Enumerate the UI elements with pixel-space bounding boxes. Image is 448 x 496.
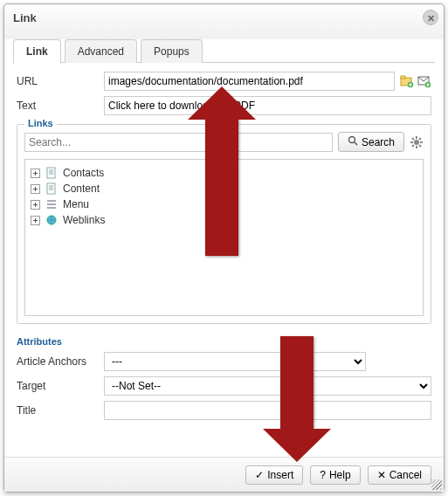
svg-line-6: [355, 142, 357, 145]
links-legend: Links: [24, 118, 57, 128]
resize-grip[interactable]: [431, 479, 442, 490]
help-button[interactable]: ? Help: [310, 465, 360, 485]
search-input[interactable]: [24, 133, 333, 152]
title-input[interactable]: [104, 401, 431, 420]
page-icon: [45, 183, 58, 195]
svg-rect-26: [47, 207, 56, 209]
svg-point-7: [414, 140, 419, 145]
svg-line-12: [412, 138, 414, 140]
text-label: Text: [17, 100, 104, 112]
tab-popups[interactable]: Popups: [141, 39, 203, 63]
check-icon: ✓: [255, 469, 264, 481]
envelope-plus-icon[interactable]: [417, 74, 431, 88]
link-dialog: Link ✕ Link Advanced Popups URL Text: [3, 3, 445, 493]
anchors-select[interactable]: ---: [104, 352, 366, 371]
expand-icon[interactable]: [31, 216, 40, 225]
svg-point-5: [348, 137, 355, 143]
cancel-button-label: Cancel: [389, 469, 422, 481]
expand-icon[interactable]: [31, 200, 40, 210]
tab-advanced[interactable]: Advanced: [65, 39, 137, 63]
text-input[interactable]: [104, 96, 431, 115]
target-label: Target: [17, 380, 104, 392]
tab-bar: Link Advanced Popups: [4, 32, 444, 63]
question-icon: ?: [320, 469, 326, 481]
tree-label: Menu: [63, 198, 89, 210]
svg-line-13: [419, 145, 421, 147]
annotation-arrow-down: [280, 336, 314, 432]
search-button-label: Search: [362, 136, 395, 148]
expand-icon[interactable]: [31, 169, 40, 178]
svg-rect-16: [47, 168, 55, 178]
svg-line-14: [412, 145, 414, 147]
url-label: URL: [17, 75, 104, 87]
title-label: Title: [17, 404, 104, 417]
folder-plus-icon[interactable]: [400, 74, 414, 88]
anchors-row: Article Anchors ---: [17, 352, 431, 371]
close-icon: ✕: [427, 13, 435, 24]
annotation-arrow-up: [205, 116, 238, 256]
page-icon: [45, 167, 58, 179]
help-button-label: Help: [329, 469, 351, 481]
insert-button[interactable]: ✓ Insert: [245, 465, 303, 485]
url-action-icons: [400, 74, 431, 88]
menu-icon: [45, 198, 58, 210]
titlebar: Link ✕: [4, 4, 444, 32]
svg-rect-24: [47, 200, 56, 202]
expand-icon[interactable]: [31, 184, 40, 194]
tree-label: Content: [63, 183, 100, 195]
dialog-title: Link: [13, 11, 37, 24]
svg-rect-20: [47, 183, 55, 194]
svg-line-15: [419, 138, 421, 140]
cancel-button[interactable]: ✕ Cancel: [368, 465, 431, 485]
svg-rect-1: [401, 76, 405, 79]
anchors-label: Article Anchors: [17, 355, 104, 368]
close-icon: ✕: [377, 469, 386, 481]
search-icon: [348, 135, 358, 148]
title-row: Title: [17, 401, 431, 420]
attributes-section: Attributes Article Anchors --- Target --…: [17, 333, 431, 429]
dialog-footer: ✓ Insert ? Help ✕ Cancel: [4, 457, 444, 492]
tree-label: Weblinks: [63, 214, 105, 226]
target-row: Target --Not Set--: [17, 376, 431, 396]
attributes-legend: Attributes: [17, 336, 431, 347]
globe-icon: [45, 214, 58, 226]
gear-icon[interactable]: [410, 135, 424, 149]
tab-link[interactable]: Link: [13, 39, 61, 64]
svg-rect-25: [47, 203, 56, 205]
close-button[interactable]: ✕: [423, 10, 438, 25]
insert-button-label: Insert: [267, 469, 293, 481]
target-select[interactable]: --Not Set--: [104, 376, 431, 396]
tree-label: Contacts: [63, 167, 104, 179]
search-button[interactable]: Search: [338, 132, 404, 152]
